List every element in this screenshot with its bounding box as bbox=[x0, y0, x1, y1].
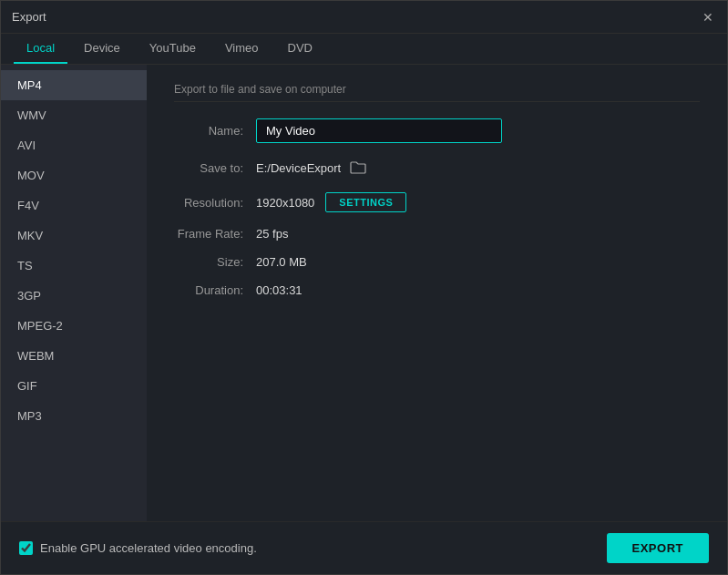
size-label: Size: bbox=[174, 255, 256, 269]
tab-device[interactable]: Device bbox=[71, 34, 133, 64]
gpu-checkbox[interactable] bbox=[19, 541, 33, 555]
sidebar-item-mp4[interactable]: MP4 bbox=[1, 70, 147, 100]
main-content: MP4 WMV AVI MOV F4V MKV TS 3GP MPEG-2 WE… bbox=[1, 65, 727, 521]
folder-icon[interactable] bbox=[348, 158, 368, 178]
resolution-row: Resolution: 1920x1080 SETTINGS bbox=[174, 192, 700, 212]
gpu-label[interactable]: Enable GPU accelerated video encoding. bbox=[40, 541, 257, 555]
duration-label: Duration: bbox=[174, 283, 256, 297]
window-title: Export bbox=[12, 10, 46, 24]
name-input[interactable] bbox=[256, 118, 502, 143]
name-label: Name: bbox=[174, 124, 256, 138]
sidebar-item-mp3[interactable]: MP3 bbox=[1, 401, 147, 431]
saveto-row: Save to: E:/DeviceExport bbox=[174, 158, 700, 178]
resolution-value-row: 1920x1080 SETTINGS bbox=[256, 192, 406, 212]
title-bar: Export ✕ bbox=[1, 1, 727, 34]
saveto-value: E:/DeviceExport bbox=[256, 161, 341, 175]
sidebar-item-webm[interactable]: WEBM bbox=[1, 341, 147, 371]
sidebar-item-3gp[interactable]: 3GP bbox=[1, 281, 147, 311]
tab-local[interactable]: Local bbox=[14, 34, 67, 64]
framerate-value: 25 fps bbox=[256, 227, 288, 241]
tab-dvd[interactable]: DVD bbox=[275, 34, 325, 64]
framerate-row: Frame Rate: 25 fps bbox=[174, 227, 700, 241]
right-panel: Export to file and save on computer Name… bbox=[147, 65, 727, 521]
close-button[interactable]: ✕ bbox=[700, 9, 716, 26]
export-window: Export ✕ Local Device YouTube Vimeo DVD … bbox=[0, 0, 728, 575]
tab-bar: Local Device YouTube Vimeo DVD bbox=[1, 34, 727, 65]
sidebar-item-avi[interactable]: AVI bbox=[1, 130, 147, 160]
size-row: Size: 207.0 MB bbox=[174, 255, 700, 269]
footer: Enable GPU accelerated video encoding. E… bbox=[1, 521, 727, 574]
duration-row: Duration: 00:03:31 bbox=[174, 283, 700, 297]
section-title: Export to file and save on computer bbox=[174, 83, 700, 102]
sidebar-item-mkv[interactable]: MKV bbox=[1, 221, 147, 251]
sidebar-item-f4v[interactable]: F4V bbox=[1, 190, 147, 221]
sidebar: MP4 WMV AVI MOV F4V MKV TS 3GP MPEG-2 WE… bbox=[1, 65, 147, 521]
duration-value: 00:03:31 bbox=[256, 283, 302, 297]
settings-button[interactable]: SETTINGS bbox=[325, 192, 406, 212]
tab-vimeo[interactable]: Vimeo bbox=[212, 34, 272, 64]
resolution-value: 1920x1080 bbox=[256, 196, 314, 210]
sidebar-item-wmv[interactable]: WMV bbox=[1, 100, 147, 130]
name-row: Name: bbox=[174, 118, 700, 143]
sidebar-item-ts[interactable]: TS bbox=[1, 251, 147, 281]
export-button[interactable]: EXPORT bbox=[607, 533, 709, 563]
resolution-label: Resolution: bbox=[174, 196, 256, 210]
sidebar-item-mpeg2[interactable]: MPEG-2 bbox=[1, 311, 147, 341]
saveto-value-row: E:/DeviceExport bbox=[256, 158, 368, 178]
saveto-label: Save to: bbox=[174, 161, 256, 175]
size-value: 207.0 MB bbox=[256, 255, 307, 269]
tab-youtube[interactable]: YouTube bbox=[137, 34, 209, 64]
gpu-checkbox-row: Enable GPU accelerated video encoding. bbox=[19, 541, 257, 555]
framerate-label: Frame Rate: bbox=[174, 227, 256, 241]
sidebar-item-mov[interactable]: MOV bbox=[1, 160, 147, 190]
sidebar-item-gif[interactable]: GIF bbox=[1, 371, 147, 401]
